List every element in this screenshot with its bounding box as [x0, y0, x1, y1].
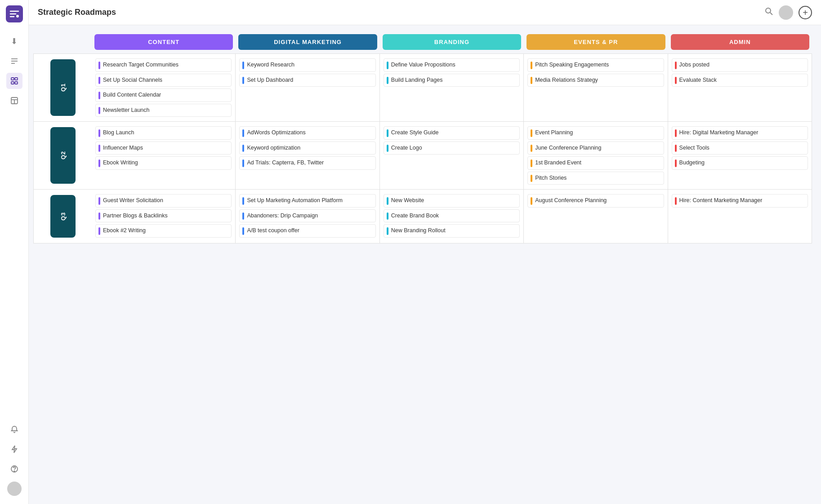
task-item[interactable]: Set Up Marketing Automation Platform [239, 194, 375, 208]
svg-rect-5 [15, 78, 18, 80]
quarter-box-q2: Q2 [50, 127, 76, 184]
task-item[interactable]: Define Value Propositions [384, 58, 520, 72]
quarter-label-q1: Q1 [33, 53, 92, 122]
help-icon[interactable] [6, 461, 22, 477]
task-item[interactable]: Event Planning [527, 126, 664, 140]
task-item[interactable]: Build Content Calendar [95, 88, 232, 102]
task-item[interactable]: Keyword Research [239, 58, 375, 72]
task-item[interactable]: Ad Trials: Capterra, FB, Twitter [239, 156, 375, 170]
bell-icon[interactable] [6, 421, 22, 438]
task-item[interactable]: Evaluate Stack [672, 74, 808, 87]
user-avatar-sidebar[interactable] [7, 482, 22, 496]
page-title: Strategic Roadmaps [38, 8, 764, 17]
cell-q3-digital: Set Up Marketing Automation Platform Aba… [236, 190, 379, 243]
roadmap-container: CONTENT DIGITAL MARKETING BRANDING EVENT… [29, 25, 821, 504]
task-item[interactable]: Hire: Content Marketing Manager [672, 194, 808, 208]
task-item[interactable]: Build Landing Pages [384, 74, 520, 87]
svg-line-14 [770, 13, 772, 15]
svg-point-0 [16, 15, 19, 18]
task-item[interactable]: Select Tools [672, 141, 808, 155]
task-item[interactable]: Blog Launch [95, 126, 232, 140]
user-avatar-topbar[interactable] [779, 5, 793, 20]
task-item[interactable]: Partner Blogs & Backlinks [95, 209, 232, 223]
cell-q3-admin: Hire: Content Marketing Manager [668, 190, 812, 243]
task-item[interactable]: Keyword optimization [239, 141, 375, 155]
cell-q2-content: Blog Launch Influencer Maps Ebook Writin… [92, 122, 236, 190]
template-icon[interactable] [6, 93, 22, 109]
task-item[interactable]: Create Logo [384, 141, 520, 155]
roadmap-table: CONTENT DIGITAL MARKETING BRANDING EVENT… [33, 34, 812, 243]
task-item[interactable]: Create Style Guide [384, 126, 520, 140]
cell-q1-admin: Jobs posted Evaluate Stack [668, 53, 812, 122]
topbar-actions: + [764, 5, 812, 20]
task-item[interactable]: Media Relations Strategy [527, 74, 664, 87]
cell-q3-content: Guest Writer Solicitation Partner Blogs … [92, 190, 236, 243]
col-header-events-pr: EVENTS & PR [527, 34, 665, 50]
task-item[interactable]: Set Up Social Channels [95, 74, 232, 87]
task-item[interactable]: Research Target Communities [95, 58, 232, 72]
task-item[interactable]: Newsletter Launch [95, 104, 232, 117]
task-item[interactable]: Abandoners: Drip Campaign [239, 209, 375, 223]
svg-rect-6 [11, 82, 14, 84]
roadmap-icon[interactable] [6, 73, 22, 89]
add-button[interactable]: + [799, 6, 812, 19]
quarter-label-q3: Q3 [33, 190, 92, 243]
download-icon[interactable]: ⬇ [6, 33, 22, 49]
task-item[interactable]: Set Up Dashboard [239, 74, 375, 87]
col-header-digital-marketing: DIGITAL MARKETING [238, 34, 377, 50]
cell-q2-branding: Create Style Guide Create Logo [380, 122, 524, 190]
search-icon[interactable] [764, 7, 773, 18]
task-item[interactable]: June Conference Planning [527, 141, 664, 155]
col-header-content: CONTENT [94, 34, 233, 50]
svg-rect-4 [11, 78, 14, 80]
bolt-icon[interactable] [6, 441, 22, 457]
cell-q2-events: Event Planning June Conference Planning … [524, 122, 668, 190]
task-item[interactable]: Budgeting [672, 156, 808, 170]
cell-q2-digital: AdWords Optimizations Keyword optimizati… [236, 122, 379, 190]
task-item[interactable]: Hire: Digital Marketing Manager [672, 126, 808, 140]
quarter-box-q3: Q3 [50, 195, 76, 238]
task-item[interactable]: AdWords Optimizations [239, 126, 375, 140]
cell-q1-branding: Define Value Propositions Build Landing … [380, 53, 524, 122]
col-header-branding: BRANDING [383, 34, 521, 50]
quarter-box-q1: Q1 [50, 59, 76, 116]
task-item[interactable]: Jobs posted [672, 58, 808, 72]
task-item[interactable]: Pitch Stories [527, 172, 664, 185]
task-item[interactable]: 1st Branded Event [527, 156, 664, 170]
cell-q2-admin: Hire: Digital Marketing Manager Select T… [668, 122, 812, 190]
cell-q1-digital: Keyword Research Set Up Dashboard [236, 53, 379, 122]
cell-q3-branding: New Website Create Brand Book New Brandi… [380, 190, 524, 243]
svg-point-13 [766, 8, 771, 13]
task-item[interactable]: Guest Writer Solicitation [95, 194, 232, 208]
task-item[interactable]: Ebook Writing [95, 156, 232, 170]
app-logo[interactable] [6, 5, 23, 22]
task-item[interactable]: August Conference Planning [527, 194, 664, 208]
svg-rect-7 [15, 82, 18, 84]
task-item[interactable]: New Website [384, 194, 520, 208]
task-item[interactable]: New Branding Rollout [384, 224, 520, 238]
list-icon[interactable] [6, 53, 22, 69]
cell-q3-events: August Conference Planning [524, 190, 668, 243]
topbar: Strategic Roadmaps + [29, 0, 821, 25]
task-item[interactable]: Ebook #2 Writing [95, 224, 232, 238]
task-item[interactable]: Influencer Maps [95, 141, 232, 155]
header-spacer [33, 34, 92, 53]
task-item[interactable]: A/B test coupon offer [239, 224, 375, 238]
sidebar: ⬇ [0, 0, 29, 504]
task-item[interactable]: Create Brand Book [384, 209, 520, 223]
col-header-admin: ADMIN [671, 34, 809, 50]
cell-q1-events: Pitch Speaking Engagements Media Relatio… [524, 53, 668, 122]
svg-point-12 [14, 471, 15, 472]
quarter-label-q2: Q2 [33, 122, 92, 190]
task-item[interactable]: Pitch Speaking Engagements [527, 58, 664, 72]
main-area: Strategic Roadmaps + CONTENT DIGITAL MAR… [29, 0, 821, 504]
cell-q1-content: Research Target Communities Set Up Socia… [92, 53, 236, 122]
